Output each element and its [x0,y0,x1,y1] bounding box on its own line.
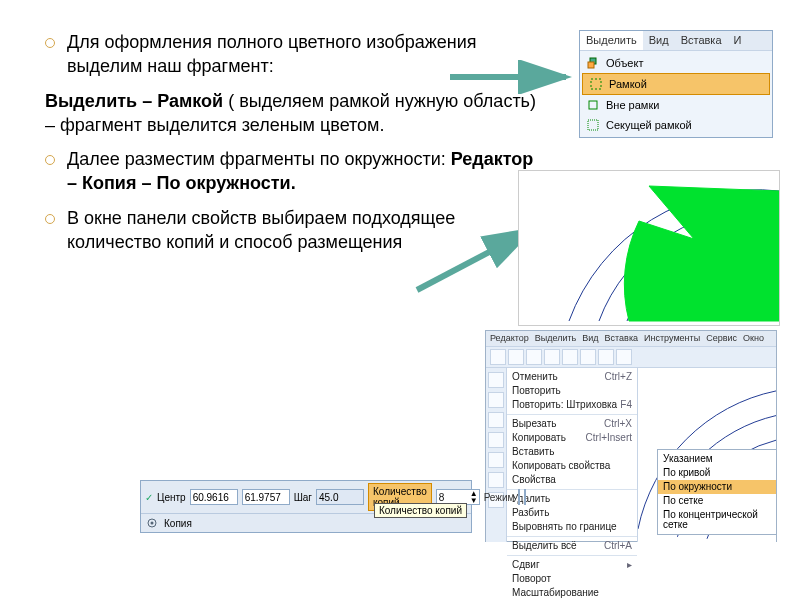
editor-menu-item[interactable]: КопироватьCtrl+Insert [507,431,637,445]
mode-label: Режим [484,492,515,503]
tooltip: Количество копий [374,503,467,518]
tab-more[interactable]: И [728,31,748,50]
lt-icon[interactable] [488,372,504,388]
lt-icon[interactable] [488,392,504,408]
menu-item-label: Повторить: Штриховка [512,400,617,410]
menu-item-shortcut: F4 [620,400,632,410]
center-label: Центр [157,492,186,503]
menu-tabs: Выделить Вид Вставка И [580,31,772,51]
tab-view[interactable]: Вид [643,31,675,50]
tool-icon[interactable] [526,349,542,365]
tool-icon[interactable] [598,349,614,365]
menu-window[interactable]: Окно [743,334,764,343]
editor-menu-item[interactable]: ОтменитьCtrl+Z [507,370,637,384]
editor-menu-item[interactable]: Выровнять по границе [507,520,637,534]
submenu-item[interactable]: Указанием [658,452,776,466]
editor-menubar: Редактор Выделить Вид Вставка Инструмент… [486,331,776,347]
tool-icon[interactable] [580,349,596,365]
editor-menu-item[interactable]: Выделить всёCtrl+A [507,536,637,553]
tab-select[interactable]: Выделить [580,31,643,50]
tool-icon[interactable] [544,349,560,365]
submenu-item[interactable]: По окружности [658,480,776,494]
svg-point-8 [151,522,154,525]
menu-item-outside[interactable]: Вне рамки [580,95,772,115]
menu-item-label: Разбить [512,508,549,518]
menu-item-outside-label: Вне рамки [606,100,659,111]
editor-menu-item[interactable]: Разбить [507,506,637,520]
editor-screenshot: Редактор Выделить Вид Вставка Инструмент… [485,330,777,542]
menu-item-label: Копировать свойства [512,461,610,471]
editor-menu-item[interactable]: Вставить [507,445,637,459]
menu-item-shortcut: Ctrl+Insert [586,433,632,443]
properties-panel: ✓ Центр Шаг Количество копий ▲▼ Режим Ко… [140,480,472,533]
menu-item-object[interactable]: Объект [580,53,772,73]
submenu-item[interactable]: По сетке [658,494,776,508]
editor-menu-item[interactable]: Свойства [507,473,637,487]
editor-toolbar [486,347,776,368]
menu-item-frame[interactable]: Рамкой [582,73,770,95]
select-menu-screenshot: Выделить Вид Вставка И Объект Рамкой Вне… [579,30,773,138]
menu-item-label: Сдвиг [512,560,540,570]
submenu-item[interactable]: По концентрической сетке [658,508,776,532]
green-fragment-figure [518,170,780,326]
menu-item-shortcut: Ctrl+A [604,541,632,551]
editor-menu-item[interactable]: Повторить [507,384,637,398]
step-input[interactable] [316,489,364,505]
center-x-input[interactable] [190,489,238,505]
menu-item-label: Выделить всё [512,541,577,551]
svg-rect-5 [589,101,597,109]
editor-menu-item[interactable]: ВырезатьCtrl+X [507,414,637,431]
count-input[interactable] [437,490,469,504]
tool-icon[interactable] [508,349,524,365]
bullet-4-text: В окне панели свойств выбираем подходяще… [67,208,455,252]
menu-item-cutting[interactable]: Секущей рамкой [580,115,772,135]
editor-menu-item[interactable]: Поворот [507,572,637,586]
submenu-item[interactable]: По кривой [658,466,776,480]
editor-left-toolbar [486,368,507,542]
menu-item-label: Отменить [512,372,558,382]
bullet-2-bold: Выделить – Рамкой [45,91,223,111]
lt-icon[interactable] [488,472,504,488]
bullet-3: Далее разместим фрагменты по окружности:… [45,147,545,196]
tool-icon[interactable] [616,349,632,365]
menu-select[interactable]: Выделить [535,334,577,343]
center-y-input[interactable] [242,489,290,505]
outside-icon [584,97,602,113]
editor-menu-item[interactable]: Сдвиг▸ [507,555,637,572]
menu-item-shortcut: Ctrl+X [604,419,632,429]
menu-item-label: Вставить [512,447,554,457]
tool-icon[interactable] [490,349,506,365]
lt-icon[interactable] [488,432,504,448]
spinner-buttons-icon[interactable]: ▲▼ [469,490,479,504]
menu-item-frame-label: Рамкой [609,79,647,90]
checkbox-icon[interactable]: ✓ [145,492,153,503]
lt-icon[interactable] [488,412,504,428]
editor-menu-item[interactable]: Повторить: ШтриховкаF4 [507,398,637,412]
menu-view[interactable]: Вид [582,334,598,343]
tab-insert[interactable]: Вставка [675,31,728,50]
cutting-icon [584,117,602,133]
arrow-right-top [448,60,578,94]
menu-tools[interactable]: Инструменты [644,334,700,343]
mode-icon-1[interactable] [518,489,520,505]
copy-label: Копия [164,518,192,529]
menu-insert2[interactable]: Вставка [605,334,638,343]
menu-item-label: Вырезать [512,419,556,429]
lt-icon[interactable] [488,452,504,468]
copy-submenu: УказаниемПо кривойПо окружностиПо сеткеП… [657,449,777,535]
svg-rect-3 [588,62,594,68]
menu-editor[interactable]: Редактор [490,334,529,343]
svg-rect-6 [588,120,598,130]
tool-icon[interactable] [562,349,578,365]
frame-icon [587,76,605,92]
editor-menu-item[interactable]: Масштабирование [507,586,637,600]
menu-item-label: Выровнять по границе [512,522,617,532]
menu-item-shortcut: Ctrl+Z [605,372,633,382]
editor-menu-item[interactable]: Копировать свойства [507,459,637,473]
menu-service[interactable]: Сервис [706,334,737,343]
editor-menu-item[interactable]: Удалить [507,489,637,506]
menu-item-object-label: Объект [606,58,643,69]
mode-icon-2[interactable] [524,489,526,505]
menu-item-label: Копировать [512,433,566,443]
editor-dropdown: ОтменитьCtrl+ZПовторитьПовторить: Штрихо… [507,368,638,542]
